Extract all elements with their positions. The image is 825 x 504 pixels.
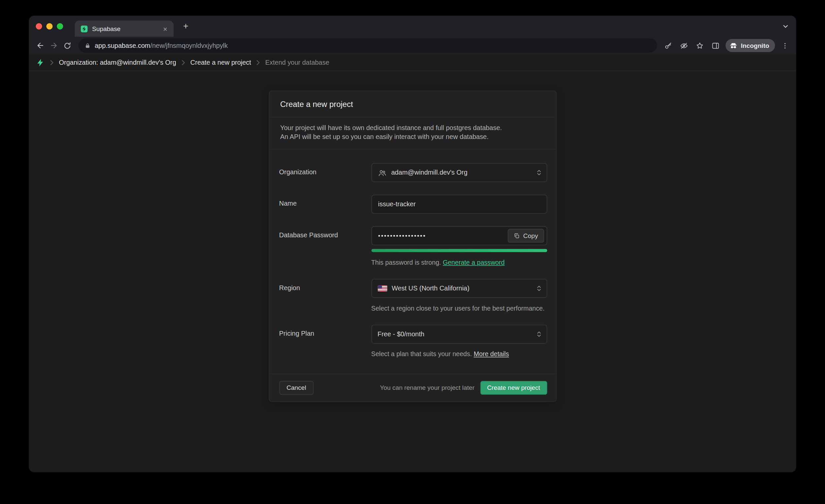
- tab-search-chevron-icon[interactable]: [782, 23, 789, 29]
- users-icon: [378, 169, 386, 176]
- url-path: /new/jfnsmqoynldvxjyhpylk: [150, 42, 228, 49]
- plan-value: Free - $0/month: [378, 331, 424, 338]
- back-icon[interactable]: [33, 39, 47, 52]
- chevron-right-icon: [181, 60, 185, 65]
- footer-right-group: You can rename your project later Create…: [380, 381, 547, 394]
- browser-toolbar: app.supabase.com/new/jfnsmqoynldvxjyhpyl…: [29, 37, 796, 55]
- close-window-button[interactable]: [35, 23, 42, 29]
- select-chevrons-icon: [536, 330, 541, 339]
- region-helper-text: Select a region close to your users for …: [371, 305, 547, 312]
- supabase-logo-icon[interactable]: [36, 58, 45, 67]
- browser-tab-supabase[interactable]: Supabase ×: [75, 20, 173, 37]
- description-line-2: An API will be set up so you can easily …: [280, 133, 545, 142]
- rename-hint-text: You can rename your project later: [380, 384, 474, 391]
- description-line-1: Your project will have its own dedicated…: [280, 124, 545, 133]
- generate-password-link[interactable]: Generate a password: [443, 259, 505, 266]
- more-details-link[interactable]: More details: [473, 351, 509, 358]
- name-row: Name: [269, 195, 556, 214]
- create-new-project-button[interactable]: Create new project: [480, 381, 547, 394]
- region-value: West US (North California): [392, 285, 470, 292]
- bookmark-star-icon[interactable]: [693, 39, 706, 52]
- chevron-right-icon: [256, 60, 260, 65]
- plan-helper-message: Select a plan that suits your needs.: [371, 351, 472, 358]
- tab-title: Supabase: [92, 25, 157, 32]
- strength-message: This password is strong.: [371, 259, 441, 266]
- breadcrumb-extend-database: Extend your database: [265, 59, 329, 66]
- breadcrumb-create-project[interactable]: Create a new project: [191, 59, 251, 66]
- region-label: Region: [279, 279, 371, 312]
- incognito-label: Incognito: [741, 42, 769, 49]
- incognito-icon: [729, 41, 738, 50]
- pricing-plan-label: Pricing Plan: [279, 325, 371, 358]
- panel-description: Your project will have its own dedicated…: [269, 118, 556, 149]
- panel-footer: Cancel You can rename your project later…: [269, 374, 556, 402]
- address-bar[interactable]: app.supabase.com/new/jfnsmqoynldvxjyhpyl…: [79, 38, 657, 53]
- pricing-plan-select[interactable]: Free - $0/month: [371, 325, 547, 344]
- zoom-window-button[interactable]: [57, 23, 63, 29]
- create-project-panel: Create a new project Your project will h…: [269, 90, 556, 402]
- tab-strip: Supabase × +: [29, 16, 796, 37]
- password-row: Database Password Copy: [269, 226, 556, 266]
- region-select[interactable]: West US (North California): [371, 279, 547, 298]
- us-flag-icon: [378, 285, 387, 291]
- region-row: Region West US (North California) Selec: [269, 279, 556, 312]
- supabase-app: Organization: adam@windmill.dev's Org Cr…: [29, 54, 796, 472]
- page-title: Create a new project: [280, 99, 545, 108]
- select-chevrons-icon: [536, 168, 541, 177]
- organization-row: Organization adam@windmill.dev's Org: [269, 163, 556, 182]
- organization-select[interactable]: adam@windmill.dev's Org: [371, 163, 547, 182]
- url-text: app.supabase.com/new/jfnsmqoynldvxjyhpyl…: [95, 42, 228, 49]
- password-key-icon[interactable]: [661, 39, 675, 52]
- cancel-button[interactable]: Cancel: [279, 381, 313, 394]
- organization-value: adam@windmill.dev's Org: [391, 169, 467, 176]
- copy-button-label: Copy: [523, 232, 538, 239]
- tab-close-icon[interactable]: ×: [161, 24, 170, 34]
- new-tab-button[interactable]: +: [179, 19, 193, 33]
- plan-helper-text: Select a plan that suits your needs. Mor…: [371, 351, 547, 358]
- password-label: Database Password: [279, 226, 371, 266]
- eye-off-icon[interactable]: [677, 39, 691, 52]
- minimize-window-button[interactable]: [46, 23, 53, 29]
- toolbar-right-icons: Incognito: [661, 39, 792, 52]
- supabase-favicon-icon: [80, 25, 88, 32]
- project-name-input[interactable]: [371, 195, 547, 214]
- copy-password-button[interactable]: Copy: [508, 229, 543, 242]
- side-panel-icon[interactable]: [709, 39, 722, 52]
- window-controls: [29, 23, 71, 29]
- organization-label: Organization: [279, 163, 371, 182]
- panel-form: Organization adam@windmill.dev's Org: [269, 149, 556, 374]
- incognito-profile-chip[interactable]: Incognito: [726, 39, 775, 52]
- screen: Supabase × + app.su: [0, 0, 825, 504]
- browser-window: Supabase × + app.su: [29, 16, 796, 472]
- password-strength-bar: [371, 249, 547, 252]
- name-label: Name: [279, 195, 371, 214]
- chevron-right-icon: [50, 60, 54, 65]
- page-content: Create a new project Your project will h…: [29, 71, 796, 472]
- browser-menu-kebab-icon[interactable]: [778, 39, 792, 52]
- forward-icon[interactable]: [47, 39, 60, 52]
- breadcrumb-organization[interactable]: Organization: adam@windmill.dev's Org: [59, 59, 176, 66]
- reload-icon[interactable]: [60, 39, 74, 52]
- url-domain: app.supabase.com: [95, 42, 150, 49]
- select-chevrons-icon: [536, 284, 541, 293]
- panel-header: Create a new project: [269, 91, 556, 118]
- lock-icon: [85, 42, 91, 49]
- pricing-plan-row: Pricing Plan Free - $0/month Select a p: [269, 325, 556, 358]
- password-strength-text: This password is strong. Generate a pass…: [371, 259, 547, 266]
- breadcrumb: Organization: adam@windmill.dev's Org Cr…: [29, 54, 796, 71]
- copy-icon: [514, 233, 520, 239]
